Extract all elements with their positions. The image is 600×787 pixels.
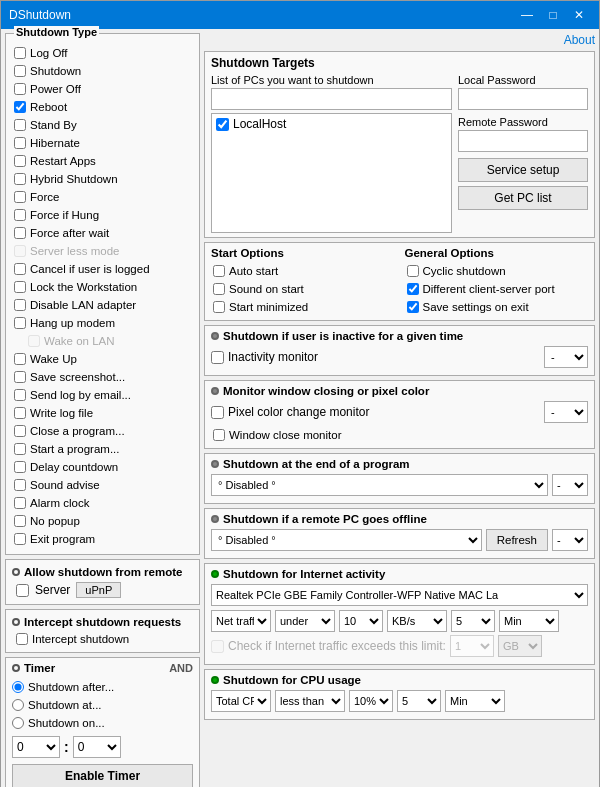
service-setup-button[interactable]: Service setup [458, 158, 588, 182]
label-hybrid-shutdown[interactable]: Hybrid Shutdown [30, 173, 118, 185]
program-end-dropdown2[interactable]: - [552, 474, 588, 496]
local-password-input[interactable] [458, 88, 588, 110]
label-exit-program[interactable]: Exit program [30, 533, 95, 545]
cb-force-hung[interactable] [14, 209, 26, 221]
nic-select[interactable]: Realtek PCIe GBE Family Controller-WFP N… [211, 584, 588, 606]
net-value-select[interactable]: 10 [339, 610, 383, 632]
cb-cyclic[interactable] [407, 265, 419, 277]
cb-force[interactable] [14, 191, 26, 203]
label-stand-by[interactable]: Stand By [30, 119, 77, 131]
cb-check-traffic[interactable] [211, 640, 224, 653]
kbs-dropdown[interactable]: KB/s [387, 610, 447, 632]
cb-cancel-user[interactable] [14, 263, 26, 275]
remote-password-input[interactable] [458, 130, 588, 152]
cb-start-minimized[interactable] [213, 301, 225, 313]
cb-intercept[interactable] [16, 633, 28, 645]
refresh-button[interactable]: Refresh [486, 529, 548, 551]
label-delay-countdown[interactable]: Delay countdown [30, 461, 118, 473]
cb-sound-advise[interactable] [14, 479, 26, 491]
cb-delay-countdown[interactable] [14, 461, 26, 473]
cb-disable-lan[interactable] [14, 299, 26, 311]
targets-text-input[interactable] [211, 88, 452, 110]
radio-at[interactable] [12, 699, 24, 711]
cb-inactivity[interactable] [211, 351, 224, 364]
cb-server[interactable] [16, 584, 29, 597]
cb-no-popup[interactable] [14, 515, 26, 527]
cb-save-screenshot[interactable] [14, 371, 26, 383]
less-than-dropdown[interactable]: less than [275, 690, 345, 712]
time-minutes-select[interactable]: 0153045 [73, 736, 121, 758]
cb-send-log[interactable] [14, 389, 26, 401]
label-lock-workstation[interactable]: Lock the Workstation [30, 281, 137, 293]
label-alarm-clock[interactable]: Alarm clock [30, 497, 89, 509]
label-force-hung[interactable]: Force if Hung [30, 209, 99, 221]
label-intercept[interactable]: Intercept shutdown [32, 633, 129, 645]
cb-sound-start[interactable] [213, 283, 225, 295]
label-save-screenshot[interactable]: Save screenshot... [30, 371, 125, 383]
cb-power-off[interactable] [14, 83, 26, 95]
duration-select[interactable]: 5 [451, 610, 495, 632]
cb-wake-up[interactable] [14, 353, 26, 365]
label-cyclic[interactable]: Cyclic shutdown [423, 265, 506, 277]
inactivity-dropdown[interactable]: - [544, 346, 588, 368]
cb-lock-workstation[interactable] [14, 281, 26, 293]
remote-offline-dropdown2[interactable]: - [552, 529, 588, 551]
label-disable-lan[interactable]: Disable LAN adapter [30, 299, 136, 311]
cb-restart-apps[interactable] [14, 155, 26, 167]
enable-timer-button[interactable]: Enable Timer [12, 764, 193, 787]
label-restart-apps[interactable]: Restart Apps [30, 155, 96, 167]
gb-select[interactable]: GB [498, 635, 542, 657]
cb-close-program[interactable] [14, 425, 26, 437]
cb-save-settings[interactable] [407, 301, 419, 313]
label-after[interactable]: Shutdown after... [28, 681, 114, 693]
label-force[interactable]: Force [30, 191, 59, 203]
time-hours-select[interactable]: 0123 [12, 736, 60, 758]
cpu-duration-select[interactable]: 5 [397, 690, 441, 712]
label-hibernate[interactable]: Hibernate [30, 137, 80, 149]
upnp-button[interactable]: uPnP [76, 582, 121, 598]
label-cancel-user[interactable]: Cancel if user is logged [30, 263, 150, 275]
label-sound-start[interactable]: Sound on start [229, 283, 304, 295]
label-on[interactable]: Shutdown on... [28, 717, 105, 729]
cpu-percent-select[interactable]: 10% [349, 690, 393, 712]
label-wake-up[interactable]: Wake Up [30, 353, 77, 365]
radio-on[interactable] [12, 717, 24, 729]
cb-hybrid-shutdown[interactable] [14, 173, 26, 185]
cb-write-log[interactable] [14, 407, 26, 419]
label-wake-lan[interactable]: Wake on LAN [44, 335, 115, 347]
cb-alarm-clock[interactable] [14, 497, 26, 509]
cb-wake-lan[interactable] [28, 335, 40, 347]
label-hang-modem[interactable]: Hang up modem [30, 317, 115, 329]
label-reboot[interactable]: Reboot [30, 101, 67, 113]
cb-server-less[interactable] [14, 245, 26, 257]
maximize-button[interactable]: □ [541, 5, 565, 25]
label-sound-advise[interactable]: Sound advise [30, 479, 100, 491]
label-save-settings[interactable]: Save settings on exit [423, 301, 529, 313]
under-dropdown[interactable]: under [275, 610, 335, 632]
label-send-log[interactable]: Send log by email... [30, 389, 131, 401]
cpu-min-dropdown[interactable]: Min [445, 690, 505, 712]
cb-auto-start[interactable] [213, 265, 225, 277]
label-close-program[interactable]: Close a program... [30, 425, 125, 437]
cb-stand-by[interactable] [14, 119, 26, 131]
label-server[interactable]: Server [35, 583, 70, 597]
label-diff-port[interactable]: Different client-server port [423, 283, 555, 295]
radio-after[interactable] [12, 681, 24, 693]
label-force-after-wait[interactable]: Force after wait [30, 227, 109, 239]
min-dropdown[interactable]: Min [499, 610, 559, 632]
cb-log-off[interactable] [14, 47, 26, 59]
label-server-less[interactable]: Server less mode [30, 245, 119, 257]
label-start-program[interactable]: Start a program... [30, 443, 119, 455]
cb-window-close[interactable] [213, 429, 225, 441]
cb-force-after-wait[interactable] [14, 227, 26, 239]
cb-exit-program[interactable] [14, 533, 26, 545]
cb-pixel-color[interactable] [211, 406, 224, 419]
cb-diff-port[interactable] [407, 283, 419, 295]
cb-shutdown[interactable] [14, 65, 26, 77]
total-cpu-dropdown[interactable]: Total CPU [211, 690, 271, 712]
cb-hibernate[interactable] [14, 137, 26, 149]
about-link[interactable]: About [204, 33, 595, 47]
label-shutdown[interactable]: Shutdown [30, 65, 81, 77]
traffic-value-select[interactable]: 1 [450, 635, 494, 657]
label-inactivity[interactable]: Inactivity monitor [228, 350, 318, 364]
